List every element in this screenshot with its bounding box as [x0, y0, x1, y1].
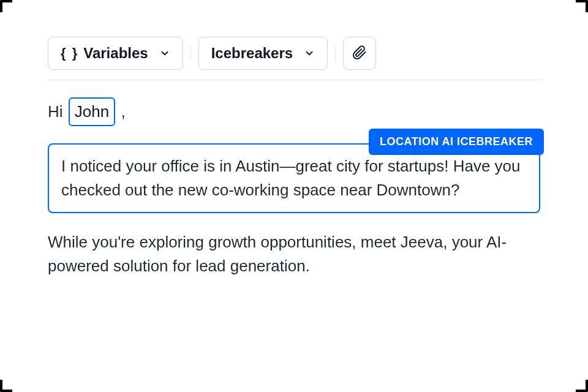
- attachment-button[interactable]: [343, 37, 376, 70]
- chevron-down-icon: [304, 48, 315, 59]
- icebreakers-dropdown[interactable]: Icebreakers: [198, 37, 328, 70]
- icebreaker-tag: LOCATION AI ICEBREAKER: [369, 129, 544, 155]
- editor-toolbar: { } Variables Icebreakers: [48, 37, 540, 70]
- toolbar-divider: [335, 46, 336, 61]
- paperclip-icon: [352, 45, 367, 62]
- variables-dropdown[interactable]: { } Variables: [48, 37, 183, 70]
- greeting-prefix: Hi: [48, 102, 67, 121]
- greeting-suffix: ,: [116, 102, 125, 121]
- greeting-line: Hi John ,: [48, 97, 540, 126]
- braces-icon: { }: [61, 45, 78, 61]
- icebreaker-block[interactable]: LOCATION AI ICEBREAKER I noticed your of…: [48, 143, 540, 213]
- toolbar-divider: [190, 46, 191, 61]
- horizontal-rule: [48, 80, 540, 80]
- icebreakers-label: Icebreakers: [211, 45, 293, 62]
- variable-chip-name[interactable]: John: [69, 97, 115, 126]
- followup-paragraph[interactable]: While you're exploring growth opportunit…: [48, 230, 540, 278]
- chevron-down-icon: [159, 48, 170, 59]
- email-composer[interactable]: Hi John , LOCATION AI ICEBREAKER I notic…: [48, 97, 540, 278]
- variables-label: Variables: [83, 45, 148, 62]
